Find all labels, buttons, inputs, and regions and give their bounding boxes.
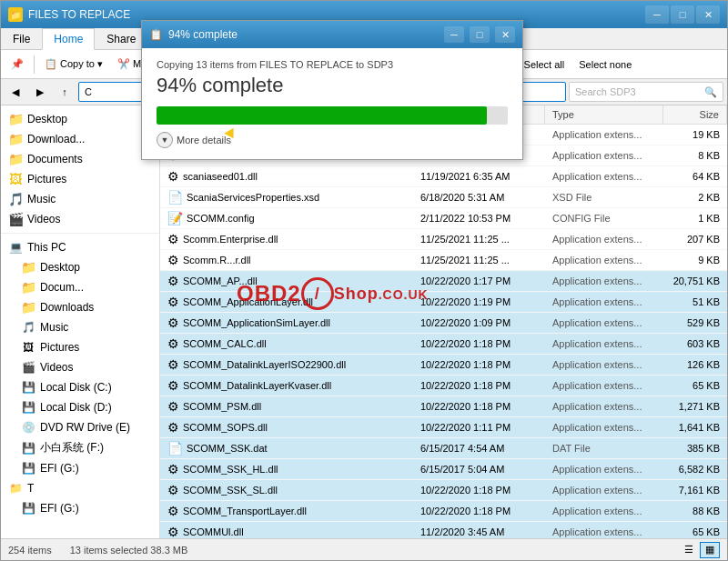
minimize-button[interactable]: ─ [645, 5, 669, 24]
file-date-cell: 10/22/2020 1:11 PM [413, 420, 545, 435]
sidebar-item-pictures2[interactable]: 🖼 Pictures [1, 337, 159, 357]
search-bar[interactable]: Search SDP3 🔍 [569, 82, 723, 102]
table-row[interactable]: ⚙ SCOMM_PSM.dll 10/22/2020 1:18 PM Appli… [160, 396, 727, 417]
sidebar-item-drive-c[interactable]: 💾 Local Disk (C:) [1, 377, 159, 397]
table-row[interactable]: ⚙ SCOMM_TransportLayer.dll 10/22/2020 1:… [160, 501, 727, 522]
file-icon: ⚙ [167, 357, 179, 372]
sidebar-label: Desktop [40, 261, 80, 274]
table-row[interactable]: ⚙ SCOMM_CALC.dll 10/22/2020 1:18 PM Appl… [160, 334, 727, 355]
file-name-text: SCOMMUl.dll [183, 526, 244, 537]
sidebar-item-drive-d[interactable]: 💾 Local Disk (D:) [1, 397, 159, 417]
window-icon: 📁 [8, 7, 23, 22]
sidebar-item-desktop2[interactable]: 📁 Desktop [1, 257, 159, 277]
table-row[interactable]: ⚙ Scomm.Enterprise.dll 11/25/2021 11:25 … [160, 229, 727, 250]
table-row[interactable]: ⚙ SCOMM_SOPS.dll 10/22/2020 1:11 PM Appl… [160, 417, 727, 438]
sidebar-item-drive-e[interactable]: 💿 DVD RW Drive (E) [1, 417, 159, 437]
tab-file[interactable]: File [1, 28, 42, 49]
sidebar-item-downloads2[interactable]: 📁 Downloads [1, 297, 159, 317]
file-name-text: SCOMM_DatalinkLayerKvaser.dll [183, 380, 331, 391]
table-row[interactable]: 📄 ScaniaServicesProperties.xsd 6/18/2020… [160, 187, 727, 208]
table-row[interactable]: ⚙ scaniaseed01.dll 11/19/2021 6:35 AM Ap… [160, 166, 727, 187]
window-title: FILES TO REPLACE [28, 8, 640, 21]
folder-icon: 📁 [8, 112, 23, 126]
file-name-cell: 📝 SCOMM.config [160, 209, 413, 227]
column-header-size[interactable]: Size [663, 105, 727, 124]
maximize-button[interactable]: □ [671, 5, 694, 24]
dialog-maximize-button[interactable]: □ [470, 26, 490, 43]
file-date-cell: 10/22/2020 1:17 PM [413, 274, 545, 288]
file-date-cell: 10/22/2020 1:18 PM [413, 504, 545, 518]
file-type-cell: Application extens... [545, 399, 663, 414]
folder-icon: 🖼 [8, 172, 23, 186]
window-controls: ─ □ ✕ [645, 5, 720, 24]
sidebar-item-t[interactable]: 📁 T [1, 478, 159, 498]
details-view-button[interactable]: ☰ [679, 542, 699, 558]
table-row[interactable]: ⚙ SCOMM_ApplicationLayer.dll 10/22/2020 … [160, 292, 727, 313]
pin-button[interactable]: 📌 [5, 55, 30, 74]
table-row[interactable]: ⚙ SCOMM_ApplicationSimLayer.dll 10/22/20… [160, 313, 727, 334]
dialog-close-button[interactable]: ✕ [495, 26, 515, 43]
file-name-cell: ⚙ SCOMM_AP...dll [160, 272, 413, 290]
status-bar: 254 items 13 items selected 38.3 MB ☰ ▦ [1, 538, 727, 560]
sidebar-item-pictures1[interactable]: 🖼 Pictures [1, 169, 159, 189]
sidebar-item-documents1[interactable]: 📁 Documents [1, 149, 159, 169]
status-count: 254 items [8, 545, 52, 556]
sidebar-item-downloads1[interactable]: 📁 Download... [1, 129, 159, 149]
table-row[interactable]: ⚙ SCOMM_DatalinkLayerISO22900.dll 10/22/… [160, 355, 727, 376]
sidebar-item-drive-f[interactable]: 💾 小白系统 (F:) [1, 437, 159, 458]
table-row[interactable]: ⚙ SCOMM_SSK_SL.dll 10/22/2020 1:18 PM Ap… [160, 480, 727, 501]
table-row[interactable]: ⚙ SCOMM_AP...dll 10/22/2020 1:17 PM Appl… [160, 271, 727, 292]
file-name-cell: ⚙ SCOMM_SOPS.dll [160, 418, 413, 436]
file-rows-container: ⚙ Scania.Units.Repository.dll 5/17/2021 … [160, 125, 727, 538]
file-name-cell: ⚙ SCOMM_TransportLayer.dll [160, 502, 413, 520]
more-details-button[interactable]: ▼ More details [157, 132, 508, 148]
sidebar-label: 小白系统 (F:) [40, 440, 104, 456]
back-button[interactable]: ◀ [5, 82, 26, 102]
sidebar-item-videos2[interactable]: 🎬 Videos [1, 357, 159, 377]
folder-icon: 📁 [8, 152, 23, 166]
table-row[interactable]: 📄 SCOMM_SSK.dat 6/15/2017 4:54 AM DAT Fi… [160, 438, 727, 459]
file-name-text: SCOMM.config [187, 213, 255, 224]
file-date-cell: 10/22/2020 1:18 PM [413, 357, 545, 372]
select-all-button[interactable]: Select all [518, 55, 571, 74]
sidebar-item-desktop1[interactable]: 📁 Desktop [1, 109, 159, 129]
file-size-cell: 2 KB [663, 190, 727, 205]
sidebar-item-documents2[interactable]: 📁 Docum... [1, 277, 159, 297]
file-icon: ⚙ [167, 232, 179, 246]
table-row[interactable]: ⚙ Scomm.R...r.dll 11/25/2021 11:25 ... A… [160, 250, 727, 271]
sidebar-item-music2[interactable]: 🎵 Music [1, 317, 159, 337]
sidebar-item-drive-g2[interactable]: 💾 EFI (G:) [1, 498, 159, 518]
dialog-minimize-button[interactable]: ─ [444, 26, 464, 43]
table-row[interactable]: ⚙ SCOMM_DatalinkLayerKvaser.dll 10/22/20… [160, 376, 727, 396]
progress-dialog: 📋 94% complete ─ □ ✕ Copying 13 items fr… [141, 20, 523, 160]
table-row[interactable]: 📝 SCOMM.config 2/11/2022 10:53 PM CONFIG… [160, 208, 727, 229]
close-button[interactable]: ✕ [696, 5, 720, 24]
file-list: Name Date modified Type Size ⚙ Scania.Un… [160, 105, 727, 538]
forward-button[interactable]: ▶ [29, 82, 51, 102]
tab-home[interactable]: Home [42, 28, 95, 50]
sidebar-item-drive-g1[interactable]: 💾 EFI (G:) [1, 458, 159, 478]
more-details-label: More details [177, 135, 231, 145]
file-name-text: ScaniaServicesProperties.xsd [187, 192, 319, 203]
table-row[interactable]: ⚙ SCOMM_SSK_HL.dll 6/15/2017 5:04 AM App… [160, 459, 727, 480]
file-type-cell: Application extens... [545, 253, 663, 267]
sidebar-label: Pictures [40, 341, 79, 354]
progress-percent-text: 94% complete [157, 74, 508, 97]
sidebar-item-music1[interactable]: 🎵 Music [1, 189, 159, 209]
list-view-button[interactable]: ▦ [700, 542, 720, 558]
column-header-type[interactable]: Type [545, 105, 663, 124]
file-name-cell: ⚙ Scomm.Enterprise.dll [160, 230, 413, 248]
sidebar-item-thispc[interactable]: 💻 This PC [1, 237, 159, 257]
file-date-cell: 10/22/2020 1:18 PM [413, 336, 545, 351]
tab-share[interactable]: Share [95, 28, 147, 49]
sidebar-item-videos1[interactable]: 🎬 Videos [1, 209, 159, 229]
file-size-cell: 51 KB [663, 295, 727, 309]
table-row[interactable]: ⚙ SCOMMUl.dll 11/2/2020 3:45 AM Applicat… [160, 522, 727, 538]
sidebar-label: Downloads [40, 301, 94, 314]
up-button[interactable]: ↑ [54, 82, 76, 102]
toolbar-separator-1 [34, 55, 35, 74]
file-type-cell: XSD File [545, 190, 663, 205]
computer-icon: 💻 [8, 240, 23, 255]
copy-to-button[interactable]: 📋 Copy to ▾ [38, 55, 109, 74]
select-none-button[interactable]: Select none [572, 55, 638, 74]
